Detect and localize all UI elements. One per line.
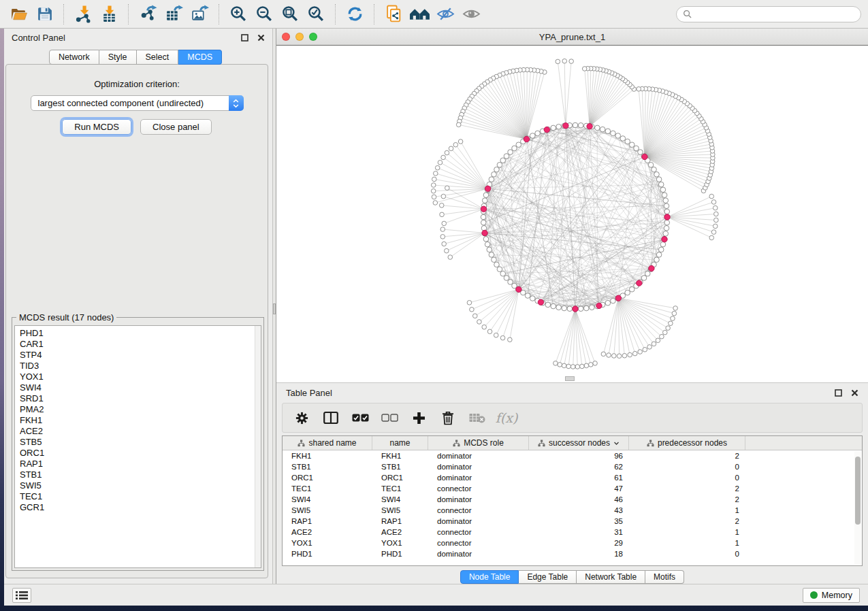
- mcds-result-item[interactable]: SWI5: [20, 480, 261, 491]
- network-node[interactable]: [487, 329, 492, 334]
- mcds-network-node[interactable]: [485, 186, 490, 191]
- show-columns-button[interactable]: [322, 411, 340, 425]
- network-node[interactable]: [664, 225, 669, 231]
- table-scrollbar[interactable]: [854, 451, 861, 564]
- tab-node-table[interactable]: Node Table: [460, 570, 519, 584]
- column-header-successor_nodes[interactable]: successor nodes: [529, 436, 629, 450]
- tab-network[interactable]: Network: [49, 50, 99, 65]
- network-node[interactable]: [492, 171, 497, 177]
- network-view[interactable]: [276, 46, 868, 382]
- table-row[interactable]: RAP1RAP1dominator352: [283, 516, 862, 527]
- network-node[interactable]: [663, 198, 669, 203]
- network-node[interactable]: [433, 201, 438, 205]
- network-node[interactable]: [470, 308, 475, 312]
- delete-column-button[interactable]: [439, 411, 457, 425]
- mcds-result-item[interactable]: ORC1: [20, 448, 261, 459]
- network-node[interactable]: [485, 242, 490, 247]
- network-node[interactable]: [570, 365, 575, 369]
- network-node[interactable]: [654, 257, 660, 263]
- network-node[interactable]: [434, 171, 438, 176]
- network-node[interactable]: [628, 352, 632, 357]
- mcds-network-node[interactable]: [664, 214, 670, 220]
- network-node[interactable]: [504, 154, 509, 159]
- network-node[interactable]: [629, 286, 634, 292]
- network-node[interactable]: [662, 193, 667, 198]
- zoom-in-button[interactable]: [227, 3, 250, 26]
- network-node[interactable]: [593, 361, 598, 366]
- network-node[interactable]: [588, 363, 593, 367]
- close-panel-button[interactable]: Close panel: [140, 119, 212, 135]
- mcds-result-item[interactable]: ACE2: [20, 426, 261, 437]
- close-panel-icon[interactable]: [257, 34, 265, 42]
- network-node[interactable]: [625, 139, 630, 144]
- mcds-result-item[interactable]: SRD1: [20, 393, 261, 404]
- tab-edge-table[interactable]: Edge Table: [519, 570, 577, 584]
- network-node[interactable]: [477, 320, 482, 325]
- delete-table-button[interactable]: [468, 412, 486, 423]
- task-history-button[interactable]: [12, 588, 31, 603]
- network-window-titlebar[interactable]: YPA_prune.txt_1: [276, 29, 868, 46]
- network-node[interactable]: [472, 314, 477, 318]
- network-node[interactable]: [629, 142, 634, 148]
- network-node[interactable]: [566, 364, 571, 369]
- network-node[interactable]: [530, 133, 535, 139]
- tab-select[interactable]: Select: [137, 50, 179, 65]
- network-node[interactable]: [556, 59, 560, 64]
- network-node[interactable]: [483, 237, 489, 242]
- network-node[interactable]: [672, 311, 677, 316]
- column-header-predecessor_nodes[interactable]: predecessor nodes: [629, 436, 745, 450]
- mcds-result-item[interactable]: CAR1: [20, 339, 261, 350]
- network-node[interactable]: [494, 333, 498, 337]
- network-node[interactable]: [656, 338, 660, 343]
- network-node[interactable]: [489, 252, 494, 258]
- network-node[interactable]: [573, 122, 578, 128]
- network-node[interactable]: [658, 247, 664, 252]
- network-node[interactable]: [617, 354, 622, 359]
- mcds-result-item[interactable]: SWI4: [20, 382, 261, 393]
- network-node[interactable]: [482, 198, 487, 203]
- network-node[interactable]: [558, 363, 562, 367]
- float-panel-icon[interactable]: [241, 34, 248, 42]
- network-node[interactable]: [562, 306, 567, 311]
- mcds-network-node[interactable]: [642, 154, 647, 159]
- network-node[interactable]: [652, 167, 657, 172]
- network-node[interactable]: [652, 342, 656, 346]
- network-node[interactable]: [575, 365, 580, 369]
- network-node[interactable]: [432, 195, 436, 199]
- home-button[interactable]: [408, 3, 431, 26]
- import-table-button[interactable]: [97, 3, 120, 26]
- table-row[interactable]: SWI4SWI4dominator462: [283, 494, 862, 505]
- network-node[interactable]: [660, 242, 666, 247]
- network-node[interactable]: [481, 214, 486, 220]
- network-node[interactable]: [453, 142, 458, 147]
- network-node[interactable]: [516, 142, 521, 148]
- network-node[interactable]: [545, 302, 551, 308]
- tab-style[interactable]: Style: [99, 50, 137, 65]
- add-column-button[interactable]: [410, 412, 428, 425]
- network-node[interactable]: [497, 163, 502, 168]
- network-node[interactable]: [714, 212, 719, 216]
- network-node[interactable]: [551, 125, 556, 131]
- tab-mcds[interactable]: MCDS: [178, 50, 222, 65]
- network-node[interactable]: [487, 247, 492, 252]
- network-node[interactable]: [671, 316, 675, 321]
- mcds-network-node[interactable]: [482, 230, 487, 235]
- network-node[interactable]: [562, 59, 567, 63]
- search-input[interactable]: [695, 9, 854, 19]
- network-node[interactable]: [622, 353, 627, 358]
- column-header-shared_name[interactable]: shared name: [283, 436, 372, 450]
- mcds-network-node[interactable]: [649, 265, 654, 271]
- mcds-network-node[interactable]: [573, 306, 578, 312]
- network-node[interactable]: [562, 363, 566, 368]
- network-node[interactable]: [500, 335, 505, 340]
- network-node[interactable]: [713, 224, 718, 229]
- network-node[interactable]: [439, 203, 444, 208]
- network-node[interactable]: [663, 231, 669, 237]
- table-row[interactable]: TEC1TEC1connector472: [283, 483, 862, 494]
- mcds-result-list[interactable]: PHD1CAR1STP4TID3YOX1SWI4SRD1PMA2FKH1ACE2…: [14, 325, 261, 568]
- mcds-network-node[interactable]: [563, 123, 568, 129]
- network-node[interactable]: [456, 122, 461, 127]
- network-node[interactable]: [448, 255, 453, 260]
- run-mcds-button[interactable]: Run MCDS: [62, 119, 131, 135]
- table-row[interactable]: SWI5SWI5connector431: [283, 505, 862, 516]
